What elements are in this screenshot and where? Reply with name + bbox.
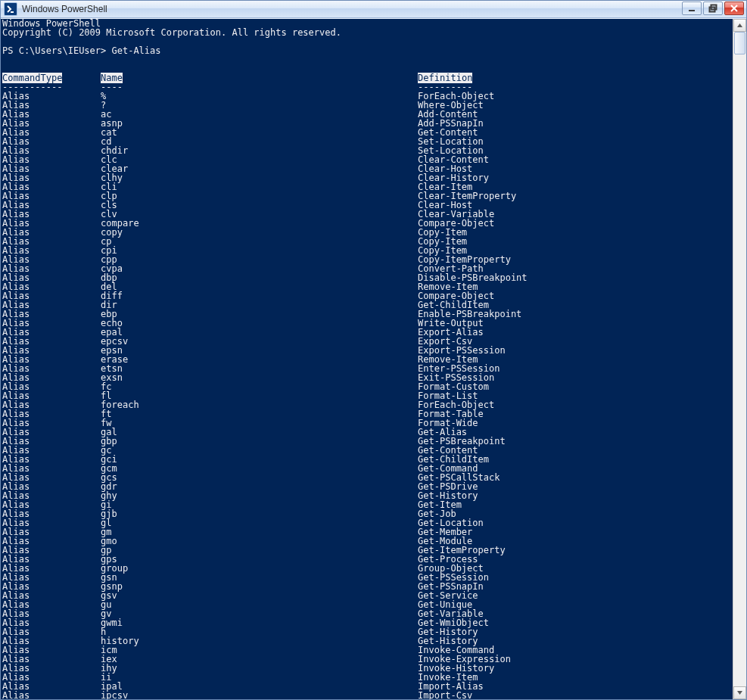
scroll-thumb[interactable] <box>734 32 745 54</box>
maximize-button[interactable] <box>703 2 723 15</box>
scroll-track[interactable] <box>733 32 746 686</box>
window-controls <box>682 2 744 17</box>
powershell-window: Windows PowerShell Windows PowerShel <box>0 0 747 700</box>
svg-marker-6 <box>737 23 742 27</box>
client-area: Windows PowerShell Copyright (C) 2009 Mi… <box>1 18 746 699</box>
vertical-scrollbar[interactable] <box>733 19 746 699</box>
scroll-up-button[interactable] <box>733 19 746 32</box>
titlebar[interactable]: Windows PowerShell <box>1 1 746 18</box>
close-button[interactable] <box>724 2 744 15</box>
powershell-icon <box>4 2 17 16</box>
console-output[interactable]: Windows PowerShell Copyright (C) 2009 Mi… <box>1 19 733 699</box>
svg-marker-7 <box>737 691 742 695</box>
scroll-down-button[interactable] <box>733 686 746 699</box>
minimize-button[interactable] <box>682 2 702 15</box>
window-title: Windows PowerShell <box>22 4 107 14</box>
